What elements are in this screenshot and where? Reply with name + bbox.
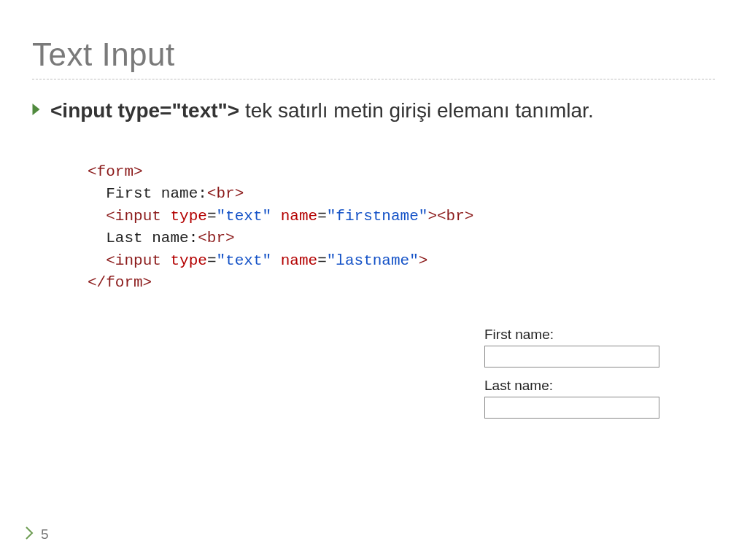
svg-marker-0 xyxy=(33,104,40,115)
slide-title: Text Input xyxy=(32,36,715,73)
page-number: 5 xyxy=(41,526,49,542)
code-tag: <form> xyxy=(88,163,143,180)
code-tag: </form> xyxy=(88,274,152,291)
code-tag: <input xyxy=(106,208,161,225)
first-name-input[interactable] xyxy=(484,346,659,368)
code-attr: name xyxy=(281,252,317,269)
bullet-rest: tek satırlı metin girişi elemanı tanımla… xyxy=(239,99,594,122)
slide-footer: 5 xyxy=(25,526,49,542)
last-name-input[interactable] xyxy=(484,397,659,419)
code-attr: type xyxy=(170,208,206,225)
triangle-bullet-icon xyxy=(32,104,40,115)
code-tag: <br> xyxy=(198,230,234,246)
code-example: <form> First name:<br> <input type="text… xyxy=(88,161,715,295)
form-demo: First name: Last name: xyxy=(484,327,659,429)
slide: Text Input <input type="text"> tek satır… xyxy=(0,0,747,560)
code-tag: > xyxy=(419,252,428,269)
chevron-right-icon xyxy=(25,526,34,542)
code-attr: name xyxy=(281,208,317,225)
last-name-label: Last name: xyxy=(484,378,659,394)
code-tag: > xyxy=(427,208,437,225)
bullet-item: <input type="text"> tek satırlı metin gi… xyxy=(32,97,715,125)
code-tag: <br> xyxy=(207,185,244,202)
code-tag: <br> xyxy=(437,208,473,225)
code-val: "text" xyxy=(216,208,271,225)
bullet-text: <input type="text"> tek satırlı metin gi… xyxy=(50,97,715,125)
code-text: First name: xyxy=(106,185,207,202)
code-val: "lastname" xyxy=(327,252,419,269)
title-divider xyxy=(32,79,715,79)
code-val: "firstname" xyxy=(327,208,428,225)
code-text: Last name: xyxy=(106,230,198,246)
code-tag: <input xyxy=(106,252,161,269)
bullet-code: <input type="text"> xyxy=(50,99,239,122)
first-name-label: First name: xyxy=(484,327,659,343)
code-val: "text" xyxy=(216,252,271,269)
code-attr: type xyxy=(170,252,206,269)
